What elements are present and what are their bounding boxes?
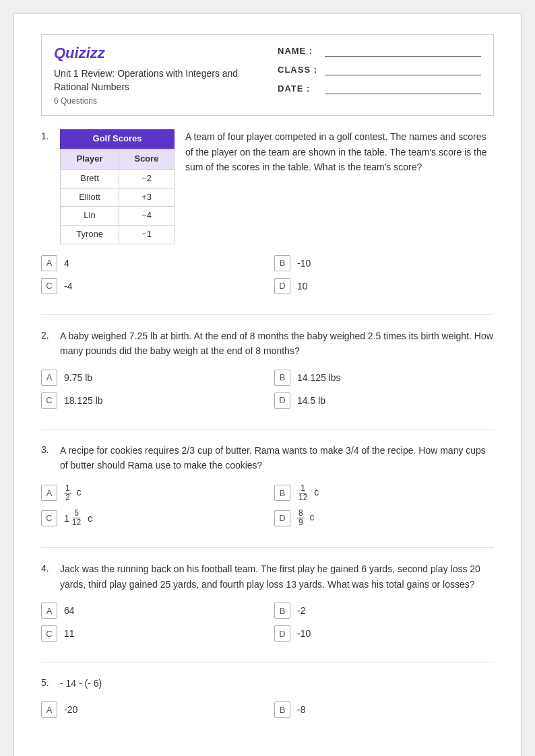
- question-4-choices: A 64 B -2 C 11 D -10: [41, 603, 494, 642]
- choice-2d[interactable]: D 14.5 lb: [274, 392, 494, 409]
- choice-letter: B: [274, 370, 290, 386]
- choice-text: -10: [297, 258, 311, 269]
- fraction-unit: c: [314, 487, 319, 497]
- choice-1d[interactable]: D 10: [274, 278, 494, 294]
- choice-4a[interactable]: A 64: [41, 603, 261, 619]
- table-row: Tyrone −1: [61, 226, 175, 244]
- question-1-content: Golf Scores Player Score Brett: [60, 129, 494, 244]
- choice-3d[interactable]: D 8 9 c: [274, 509, 494, 527]
- table-cell: −4: [119, 207, 175, 226]
- fraction-numerator: 5: [73, 509, 80, 518]
- table-row: Elliott +3: [61, 188, 175, 207]
- golf-table: Player Score Brett −2 Elliott: [60, 149, 175, 244]
- choice-text-3d: 8 9 c: [297, 509, 314, 527]
- choice-letter: A: [41, 370, 57, 386]
- question-5-content: - 14 - (- 6): [60, 676, 494, 691]
- choice-1c[interactable]: C -4: [41, 278, 261, 294]
- date-field-row: DATE :: [278, 82, 481, 94]
- choice-letter: B: [274, 255, 290, 271]
- choice-text: -4: [64, 281, 72, 291]
- choice-letter: B: [274, 701, 290, 718]
- choice-1a[interactable]: A 4: [41, 255, 261, 271]
- question-5-number: 5.: [41, 676, 60, 688]
- question-2: 2. A baby weighed 7.25 lb at birth. At t…: [41, 329, 494, 409]
- table-cell: +3: [119, 188, 175, 207]
- choice-2b[interactable]: B 14.125 lbs: [274, 370, 494, 386]
- choice-2a[interactable]: A 9.75 lb: [41, 370, 261, 386]
- date-input-line[interactable]: [325, 82, 481, 94]
- table-cell: Elliott: [61, 188, 119, 207]
- choice-letter: D: [274, 278, 290, 294]
- choice-letter: A: [41, 603, 57, 619]
- fraction-denominator: 12: [297, 493, 309, 502]
- mixed-whole: 1: [64, 513, 69, 524]
- name-input-line[interactable]: [325, 44, 481, 57]
- golf-table-header-score: Score: [119, 149, 175, 169]
- question-3-number: 3.: [41, 443, 60, 455]
- question-4-number: 4.: [41, 561, 60, 574]
- fraction-numerator: 1: [299, 484, 307, 493]
- name-field-row: NAME :: [278, 44, 481, 57]
- choice-letter: C: [41, 510, 57, 526]
- question-1-text: A team of four player competed in a golf…: [185, 129, 494, 174]
- table-cell: −2: [119, 169, 175, 188]
- question-2-row: 2. A baby weighed 7.25 lb at birth. At t…: [41, 329, 494, 359]
- table-row: Lin −4: [61, 207, 175, 226]
- choice-5a[interactable]: A -20: [41, 701, 261, 718]
- question-3-content: A recipe for cookies requires 2/3 cup of…: [60, 443, 494, 473]
- choice-text-3a: 1 2 c: [64, 484, 81, 502]
- choice-text: 11: [64, 628, 75, 639]
- fraction-3a: 1 2: [64, 484, 71, 502]
- choice-text: 10: [297, 281, 308, 291]
- choice-text-3b: 1 12 c: [297, 484, 319, 502]
- header: Quizizz Unit 1 Review: Operations with I…: [41, 34, 494, 116]
- fraction-denominator: 2: [64, 493, 71, 502]
- logo: Quizizz: [54, 44, 257, 62]
- table-cell: Lin: [61, 207, 119, 226]
- choice-4d[interactable]: D -10: [274, 625, 494, 642]
- choice-2c[interactable]: C 18.125 lb: [41, 392, 261, 409]
- name-label: NAME :: [278, 46, 325, 56]
- fraction-denominator: 12: [71, 518, 82, 527]
- class-input-line[interactable]: [325, 63, 481, 75]
- choice-letter: B: [274, 603, 290, 619]
- choice-letter: D: [274, 392, 290, 409]
- choice-text: -10: [297, 628, 311, 639]
- question-1-with-table: Golf Scores Player Score Brett: [60, 129, 494, 244]
- choice-4c[interactable]: C 11: [41, 625, 261, 642]
- question-4-content: Jack was the running back on his footbal…: [60, 561, 494, 592]
- question-3-choices: A 1 2 c B 1 12 c: [41, 484, 494, 528]
- fraction-unit: c: [88, 513, 92, 524]
- question-1-row: 1. Golf Scores Player Score: [41, 129, 494, 244]
- choice-text: -20: [64, 704, 77, 715]
- choice-letter: C: [41, 278, 57, 294]
- header-left: Quizizz Unit 1 Review: Operations with I…: [54, 44, 257, 106]
- quiz-title: Unit 1 Review: Operations with Integers …: [54, 67, 257, 94]
- choice-1b[interactable]: B -10: [274, 255, 494, 271]
- choice-text: 14.5 lb: [297, 395, 325, 406]
- choice-3c[interactable]: C 1 5 12 c: [41, 509, 261, 527]
- quiz-subtitle: 6 Questions: [54, 96, 257, 106]
- table-cell: Brett: [61, 169, 119, 188]
- mixed-fraction-3c: 1 5 12: [64, 509, 82, 527]
- golf-table-container: Golf Scores Player Score Brett: [60, 129, 175, 244]
- choice-text: -8: [297, 704, 305, 715]
- page: Quizizz Unit 1 Review: Operations with I…: [13, 13, 522, 756]
- choice-text-3c: 1 5 12 c: [64, 509, 92, 527]
- fraction-unit: c: [309, 512, 314, 522]
- choice-4b[interactable]: B -2: [274, 603, 494, 619]
- choice-letter: C: [41, 392, 57, 409]
- question-5: 5. - 14 - (- 6) A -20 B -8: [41, 676, 494, 718]
- question-4: 4. Jack was the running back on his foot…: [41, 561, 494, 642]
- fraction-3b: 1 12: [297, 484, 309, 502]
- choice-letter: A: [41, 701, 57, 718]
- question-4-row: 4. Jack was the running back on his foot…: [41, 561, 494, 592]
- choice-3b[interactable]: B 1 12 c: [274, 484, 494, 502]
- choice-5b[interactable]: B -8: [274, 701, 494, 718]
- golf-table-title: Golf Scores: [60, 129, 175, 149]
- choice-3a[interactable]: A 1 2 c: [41, 484, 261, 502]
- golf-table-header-player: Player: [61, 149, 119, 169]
- question-3: 3. A recipe for cookies requires 2/3 cup…: [41, 443, 494, 528]
- fraction-unit: c: [76, 487, 81, 497]
- choice-text: 14.125 lbs: [297, 372, 341, 383]
